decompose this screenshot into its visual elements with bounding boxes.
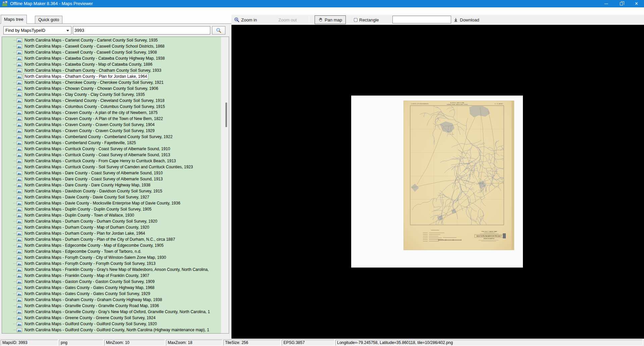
tree-item-label: North Carolina Maps - Gates County - Gat…: [24, 291, 151, 296]
tree-item[interactable]: North Carolina Maps - Edgecombe County -…: [2, 242, 221, 248]
tree-item[interactable]: North Carolina Maps - Davie County - Dav…: [2, 194, 221, 200]
tree-item[interactable]: North Carolina Maps - Carteret County - …: [2, 37, 221, 43]
map-thumbnail-icon: [17, 237, 22, 242]
tree-connector: [13, 52, 16, 53]
tree-connector: [13, 142, 16, 143]
tree-item-label: North Carolina Maps - Davie County - Moc…: [24, 200, 181, 206]
tree-item[interactable]: North Carolina Maps - Dare County - Dare…: [2, 182, 221, 188]
tree-item[interactable]: North Carolina Maps - Granville County -…: [2, 303, 221, 309]
tree-item[interactable]: North Carolina Maps - Franklin County - …: [2, 273, 221, 279]
tree-item[interactable]: North Carolina Maps - Cumberland County …: [2, 134, 221, 140]
tree-item[interactable]: North Carolina Maps - Caswell County - C…: [2, 43, 221, 49]
tree-connector: [13, 215, 16, 216]
tree-item[interactable]: North Carolina Maps - Durham County - Pl…: [2, 236, 221, 242]
tree-item[interactable]: North Carolina Maps - Cumberland County …: [2, 140, 221, 146]
tree-item-label: North Carolina Maps - Catawba County - M…: [24, 62, 153, 67]
tree-item-label: North Carolina Maps - Chatham County - C…: [24, 68, 162, 73]
map-thumbnail-icon: [17, 99, 22, 103]
minimize-icon: [604, 4, 608, 4]
tree-item[interactable]: North Carolina Maps - Davidson County - …: [2, 188, 221, 194]
tab-maps-tree[interactable]: Maps tree: [1, 15, 27, 24]
tree-item[interactable]: North Carolina Maps - Cherokee County - …: [2, 79, 221, 85]
tree-item[interactable]: North Carolina Maps - Catawba County - C…: [2, 55, 221, 61]
tree-item[interactable]: North Carolina Maps - Currituck County -…: [2, 146, 221, 152]
tree-item[interactable]: North Carolina Maps - Chatham County - C…: [2, 67, 221, 73]
tree-item[interactable]: North Carolina Maps - Cleveland County -…: [2, 98, 221, 104]
tree-connector: [13, 167, 16, 167]
find-by-dropdown[interactable]: Find by MapsTypeID: [3, 26, 71, 35]
tree-item[interactable]: North Carolina Maps - Craven County - A …: [2, 116, 221, 122]
tree-item[interactable]: North Carolina Maps - Durham County - Ma…: [2, 224, 221, 230]
tree-item[interactable]: North Carolina Maps - Duplin County - To…: [2, 212, 221, 218]
tree-item[interactable]: North Carolina Maps - Chowan County - Ch…: [2, 85, 221, 92]
tree-connector: [13, 124, 16, 125]
titlebar[interactable]: Offline Map Maker 8.364 - Maps Previewer…: [0, 0, 644, 7]
tree-item[interactable]: North Carolina Maps - Greene County - Gr…: [2, 315, 221, 321]
tree-item[interactable]: North Carolina Maps - Edgecombe County -…: [2, 248, 221, 254]
map-sheet: CORPS OF ENGINEERS NORTH CAROLINA CHATHA…: [404, 101, 514, 250]
tree-vertical-scrollbar[interactable]: [221, 37, 229, 333]
tree-connector: [13, 269, 16, 270]
tree-connector: [13, 299, 16, 300]
tree-item[interactable]: North Carolina Maps - Caswell County - C…: [2, 49, 221, 55]
tree-item[interactable]: North Carolina Maps - Davie County - Moc…: [2, 200, 221, 206]
zoom-out-button[interactable]: Zoom out: [278, 15, 297, 25]
tree-item[interactable]: North Carolina Maps - Duplin County - Du…: [2, 206, 221, 212]
zoom-in-button[interactable]: Zoom in: [234, 15, 257, 25]
download-button[interactable]: Download: [453, 15, 479, 25]
tree-connector: [13, 179, 16, 179]
tree-item[interactable]: North Carolina Maps - Clay County - Clay…: [2, 92, 221, 98]
map-thumbnail-icon: [17, 129, 22, 133]
tree-item[interactable]: North Carolina Maps - Guilford County - …: [2, 327, 221, 333]
tree-item[interactable]: North Carolina Maps - Franklin County - …: [2, 267, 221, 273]
tab-quick-goto[interactable]: Quick goto: [35, 16, 62, 23]
map-thumbnail-icon: [17, 165, 22, 169]
tree-item[interactable]: North Carolina Maps - Forsyth County - F…: [2, 261, 221, 267]
map-thumbnail-icon: [17, 56, 22, 61]
tree-item[interactable]: North Carolina Maps - Graham County - Gr…: [2, 297, 221, 303]
tree-item[interactable]: North Carolina Maps - Gaston County - Ga…: [2, 279, 221, 285]
rectangle-icon: [354, 18, 358, 22]
tree-item[interactable]: North Carolina Maps - Craven County - Cr…: [2, 128, 221, 134]
tree-item[interactable]: North Carolina Maps - Currituck County -…: [2, 158, 221, 164]
tree-item-label: North Carolina Maps - Craven County - A …: [24, 110, 158, 115]
search-button[interactable]: [212, 26, 225, 35]
minimize-button[interactable]: [599, 0, 614, 7]
tree-item[interactable]: North Carolina Maps - Craven County - A …: [2, 110, 221, 116]
tree-item[interactable]: North Carolina Maps - Forsyth County - C…: [2, 254, 221, 261]
tree-vertical-scrollbar-thumb[interactable]: [225, 103, 227, 127]
tree-connector: [13, 209, 16, 210]
pan-map-button[interactable]: Pan map: [315, 15, 346, 24]
tree-item[interactable]: North Carolina Maps - Columbus County - …: [2, 104, 221, 110]
sheet-caption-counties: CHATHAM, DURHAM, ORANGE & WAKE COUNTIES: [447, 104, 468, 105]
restore-button[interactable]: [614, 0, 629, 7]
tree-item[interactable]: North Carolina Maps - Catawba County - M…: [2, 61, 221, 67]
tree-item[interactable]: North Carolina Maps - Gates County - Gat…: [2, 285, 221, 291]
close-button[interactable]: ×: [629, 0, 644, 7]
tree-item[interactable]: North Carolina Maps - Dare County - Coas…: [2, 170, 221, 176]
tree-item[interactable]: North Carolina Maps - Currituck County -…: [2, 164, 221, 170]
tree-item-label: North Carolina Maps - Gaston County - Ga…: [24, 279, 155, 284]
map-preview-area[interactable]: CORPS OF ENGINEERS NORTH CAROLINA CHATHA…: [231, 25, 644, 339]
tree-connector: [13, 100, 16, 101]
tree-item[interactable]: North Carolina Maps - Craven County - Cr…: [2, 122, 221, 128]
map-thumbnail-icon: [17, 171, 22, 175]
tree-item[interactable]: North Carolina Maps - Durham County - Pl…: [2, 230, 221, 236]
tree-item[interactable]: North Carolina Maps - Currituck County -…: [2, 152, 221, 158]
tree-item-label: North Carolina Maps - Dare County - Dare…: [24, 182, 151, 188]
tree-item[interactable]: North Carolina Maps - Durham County - Du…: [2, 218, 221, 224]
tree-item[interactable]: North Carolina Maps - Granville County -…: [2, 309, 221, 315]
search-input[interactable]: [73, 26, 210, 35]
tree-item[interactable]: North Carolina Maps - Dare County - Coas…: [2, 176, 221, 182]
toolbar-input[interactable]: [392, 16, 451, 23]
rectangle-button[interactable]: Rectangle: [354, 15, 379, 25]
tree-connector: [13, 46, 16, 47]
tree-item[interactable]: North Carolina Maps - Chatham County - P…: [2, 73, 221, 79]
map-page[interactable]: CORPS OF ENGINEERS NORTH CAROLINA CHATHA…: [351, 96, 523, 268]
status-cell: TileSize: 256: [223, 340, 281, 346]
tree-item-label: North Carolina Maps - Caswell County - C…: [24, 50, 158, 55]
tree-connector: [13, 239, 16, 240]
tree-item[interactable]: North Carolina Maps - Gates County - Gat…: [2, 291, 221, 297]
tree-item[interactable]: North Carolina Maps - Guilford County - …: [2, 321, 221, 327]
tree-connector: [13, 203, 16, 204]
